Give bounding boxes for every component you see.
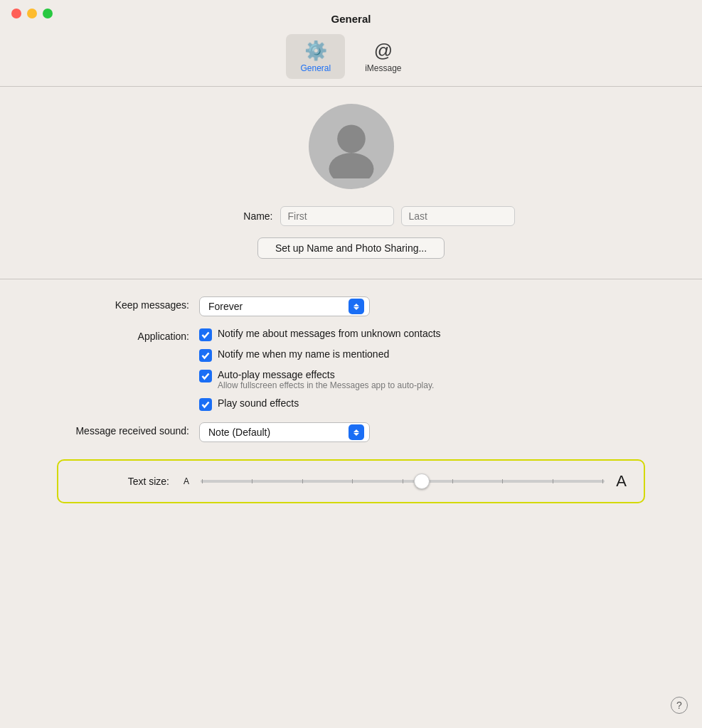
window: General ⚙️ General @ iMessage Name: [0,0,702,520]
checkbox-unknown-contacts-input[interactable] [199,328,212,341]
imessage-icon: @ [374,40,393,62]
svg-point-1 [329,153,373,178]
help-button[interactable]: ? [671,697,688,714]
tab-imessage[interactable]: @ iMessage [351,34,415,79]
text-size-slider[interactable] [201,480,605,483]
application-label: Application: [57,328,199,342]
checkmark-icon [201,351,210,360]
message-sound-label: Message received sound: [57,422,199,437]
message-sound-row: Message received sound: Note (Default) A… [57,422,645,442]
checkmark-icon [201,331,210,339]
checkbox-unknown-contacts: Notify me about messages from unknown co… [199,328,441,341]
main-content: Name: Set up Name and Photo Sharing... K… [0,87,702,520]
keep-messages-label: Keep messages: [57,296,199,311]
checkbox-unknown-contacts-label: Notify me about messages from unknown co… [218,328,441,339]
tab-general-label: General [300,63,331,73]
checkbox-name-mentioned-text: Notify me when my name is mentioned [218,348,389,360]
keep-messages-select-wrapper: Forever 1 Year 30 Days [199,296,370,316]
close-button[interactable] [11,9,21,18]
avatar-container[interactable] [309,104,394,189]
setup-name-photo-button[interactable]: Set up Name and Photo Sharing... [257,237,445,259]
checkbox-autoplay-effects-input[interactable] [199,370,212,382]
window-controls [11,9,53,18]
text-size-section: Text size: A [0,459,702,503]
text-size-box: Text size: A [57,459,645,503]
checkbox-name-mentioned-label: Notify me when my name is mentioned [218,348,389,360]
keep-messages-control: Forever 1 Year 30 Days [199,296,645,316]
checkbox-sound-effects-label: Play sound effects [218,397,299,409]
maximize-button[interactable] [43,9,53,18]
tab-imessage-label: iMessage [365,63,401,73]
message-sound-control: Note (Default) Aurora Bamboo Chord Circl… [199,422,645,442]
general-icon: ⚙️ [304,40,327,62]
text-size-small-a: A [184,476,189,486]
keep-messages-select[interactable]: Forever 1 Year 30 Days [199,296,370,316]
checkmark-icon [201,372,210,380]
name-row: Name: [188,206,515,226]
first-name-input[interactable] [280,206,394,226]
slider-container [201,480,605,483]
text-size-label: Text size: [75,476,175,487]
message-sound-select-wrapper: Note (Default) Aurora Bamboo Chord Circl… [199,422,370,442]
name-label: Name: [188,210,273,222]
checkbox-name-mentioned-input[interactable] [199,349,212,362]
text-size-row: Text size: A [75,472,627,491]
application-checkboxes: Notify me about messages from unknown co… [199,328,645,411]
minimize-button[interactable] [27,9,37,18]
svg-point-0 [337,124,366,153]
message-sound-select[interactable]: Note (Default) Aurora Bamboo Chord Circl… [199,422,370,442]
checkbox-sound-effects-input[interactable] [199,398,212,411]
title-bar: General [0,0,702,28]
window-title: General [331,13,371,25]
section-divider [0,279,702,279]
avatar [309,104,394,189]
toolbar: ⚙️ General @ iMessage [0,28,702,79]
checkbox-sound-effects-text: Play sound effects [218,397,299,409]
keep-messages-row: Keep messages: Forever 1 Year 30 Days [57,296,645,316]
application-row: Application: Notify me about messages f [57,328,645,411]
settings-section: Keep messages: Forever 1 Year 30 Days Ap… [0,296,702,454]
checkbox-autoplay-effects: Auto-play message effects Allow fullscre… [199,369,441,390]
last-name-input[interactable] [401,206,515,226]
checkmark-icon [201,400,210,409]
checkbox-sound-effects: Play sound effects [199,397,441,411]
checkbox-autoplay-effects-label: Auto-play message effects [218,369,434,380]
avatar-icon [319,114,383,178]
text-size-large-a: A [616,472,627,491]
checkbox-name-mentioned: Notify me when my name is mentioned [199,348,441,362]
checkbox-autoplay-effects-sublabel: Allow fullscreen effects in the Messages… [218,380,434,390]
checkbox-unknown-contacts-text: Notify me about messages from unknown co… [218,328,441,339]
checkbox-autoplay-effects-text: Auto-play message effects Allow fullscre… [218,369,434,390]
checkbox-rows: Notify me about messages from unknown co… [199,328,441,411]
tab-general[interactable]: ⚙️ General [286,34,345,79]
